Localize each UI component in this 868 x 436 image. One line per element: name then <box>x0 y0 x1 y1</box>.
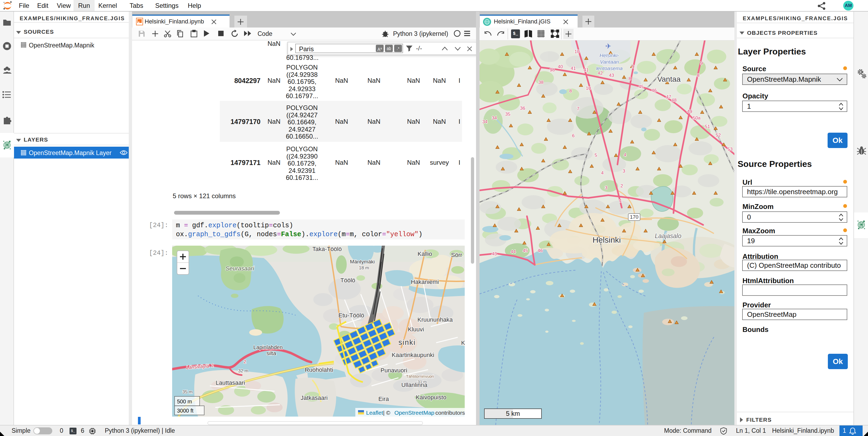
svg-text:OpenStreetMap: OpenStreetMap <box>394 410 434 416</box>
svg-text:50a: 50a <box>693 115 701 120</box>
svg-text:Töölö: Töölö <box>340 277 355 284</box>
svg-text:40: 40 <box>558 64 563 69</box>
svg-text:10: 10 <box>586 86 591 91</box>
svg-text:41: 41 <box>571 66 576 71</box>
svg-text:7: 7 <box>577 106 579 111</box>
svg-text:5 km: 5 km <box>506 410 520 417</box>
svg-text:52: 52 <box>716 133 721 138</box>
svg-text:46: 46 <box>538 248 543 253</box>
svg-text:Punavuori: Punavuori <box>380 367 407 374</box>
svg-text:42: 42 <box>598 71 603 76</box>
svg-text:Eira: Eira <box>378 396 389 402</box>
svg-text:9: 9 <box>700 61 703 66</box>
svg-text:34: 34 <box>483 119 488 124</box>
svg-text:sinki: sinki <box>398 339 416 347</box>
svg-text:45: 45 <box>523 248 528 253</box>
svg-text:Leaflet: Leaflet <box>366 410 383 416</box>
svg-text:Hakaniemi: Hakaniemi <box>411 279 439 285</box>
svg-text:Vantaan: Vantaan <box>600 59 619 65</box>
svg-text:500 m: 500 m <box>177 399 192 404</box>
svg-text:| ©: | © <box>383 410 390 416</box>
svg-text:35: 35 <box>505 112 510 117</box>
svg-text:Laajasalo: Laajasalo <box>655 232 682 239</box>
svg-text:48: 48 <box>672 97 677 103</box>
svg-text:31 m: 31 m <box>417 379 427 384</box>
svg-text:Etu-Töölö: Etu-Töölö <box>338 312 364 319</box>
svg-text:Helsinki: Helsinki <box>592 235 621 244</box>
svg-text:45: 45 <box>639 84 644 89</box>
svg-text:3: 3 <box>623 169 625 174</box>
svg-text:2: 2 <box>244 359 246 364</box>
svg-text:Taka-Töölö: Taka-Töölö <box>312 245 342 252</box>
svg-text:8: 8 <box>697 73 700 78</box>
svg-text:Helsinki-: Helsinki- <box>600 53 619 58</box>
svg-text:170: 170 <box>630 214 639 220</box>
svg-text:Kluuvi: Kluuvi <box>408 326 424 333</box>
svg-text:2: 2 <box>620 183 623 188</box>
svg-text:46: 46 <box>652 88 657 93</box>
svg-text:47: 47 <box>666 94 671 99</box>
svg-text:4: 4 <box>601 170 603 176</box>
svg-text:43: 43 <box>609 73 614 78</box>
svg-text:38: 38 <box>538 80 544 85</box>
svg-text:51: 51 <box>705 124 710 129</box>
svg-text:53: 53 <box>727 147 733 152</box>
svg-text:silta: silta <box>267 350 276 356</box>
svg-text:Sörr: Sörr <box>451 252 462 258</box>
svg-text:Lauttasaari: Lauttasaari <box>216 379 245 386</box>
svg-text:98: 98 <box>550 67 555 72</box>
svg-text:Kallio: Kallio <box>417 251 432 257</box>
svg-text:1: 1 <box>619 198 622 203</box>
svg-text:Lapinlahden: Lapinlahden <box>253 344 283 350</box>
svg-text:Kruununhaka: Kruununhaka <box>417 316 453 323</box>
svg-text:4: 4 <box>624 152 626 157</box>
svg-text:K: K <box>461 340 465 346</box>
svg-text:44: 44 <box>511 249 516 254</box>
svg-text:43: 43 <box>492 251 497 256</box>
svg-text:2: 2 <box>212 363 214 368</box>
svg-text:Vantaa: Vantaa <box>657 75 681 83</box>
svg-text:✈: ✈ <box>605 42 611 50</box>
svg-text:3: 3 <box>605 185 607 191</box>
svg-text:9: 9 <box>632 64 634 69</box>
svg-text:Kaartinkaupunki: Kaartinkaupunki <box>392 352 434 358</box>
svg-text:10: 10 <box>575 49 580 54</box>
svg-text:8: 8 <box>569 88 572 93</box>
svg-text:5: 5 <box>595 153 597 158</box>
svg-text:41: 41 <box>584 67 589 72</box>
svg-text:36: 36 <box>520 106 525 111</box>
svg-text:18 m: 18 m <box>359 265 369 270</box>
svg-text:Kaivopuisto: Kaivopuisto <box>416 394 446 401</box>
svg-text:3000 ft: 3000 ft <box>177 408 194 414</box>
svg-text:6: 6 <box>572 133 575 138</box>
svg-text:8: 8 <box>628 76 631 81</box>
svg-text:49: 49 <box>687 109 692 114</box>
svg-text:Jatkasaari: Jatkasaari <box>301 395 328 401</box>
svg-text:35 m: 35 m <box>182 389 193 395</box>
svg-text:32 m: 32 m <box>238 368 248 373</box>
svg-text:34: 34 <box>492 115 497 120</box>
svg-text:Ruoholahti: Ruoholahti <box>305 367 333 373</box>
svg-text:contributors: contributors <box>435 410 465 416</box>
svg-text:Mäntymäki: Mäntymäki <box>350 259 375 264</box>
svg-text:Seurasaari: Seurasaari <box>225 265 255 272</box>
svg-text:lentoasema: lentoasema <box>596 65 623 71</box>
svg-text:Tähtitorninvuori: Tähtitorninvuori <box>406 374 434 379</box>
